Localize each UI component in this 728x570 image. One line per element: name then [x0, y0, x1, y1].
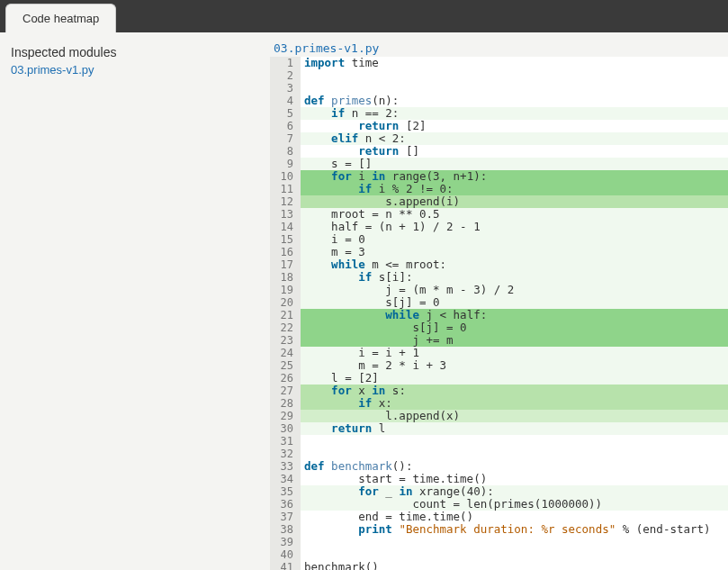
code-line[interactable]: 38 print "Benchmark duration: %r seconds…	[270, 523, 728, 536]
code-content: if i % 2 != 0:	[301, 183, 728, 195]
module-link[interactable]: 03.primes-v1.py	[11, 63, 259, 77]
code-content: return []	[301, 145, 728, 158]
sidebar-title: Inspected modules	[11, 45, 259, 59]
code-content: j = (m * m - 3) / 2	[301, 284, 728, 296]
code-line[interactable]: 20 s[j] = 0	[270, 296, 728, 309]
code-content: s.append(i)	[301, 195, 728, 208]
code-line[interactable]: 12 s.append(i)	[270, 195, 728, 208]
code-line[interactable]: 27 for x in s:	[270, 385, 728, 397]
line-number: 41	[270, 561, 301, 570]
code-line[interactable]: 26 l = [2]	[270, 372, 728, 385]
code-line[interactable]: 8 return []	[270, 145, 728, 158]
code-line[interactable]: 13 mroot = n ** 0.5	[270, 208, 728, 221]
code-line[interactable]: 31	[270, 435, 728, 448]
code-line[interactable]: 11 if i % 2 != 0:	[270, 183, 728, 195]
line-number: 9	[270, 158, 301, 170]
code-content: return [2]	[301, 120, 728, 132]
code-content: end = time.time()	[301, 511, 728, 523]
code-line[interactable]: 23 j += m	[270, 334, 728, 347]
code-content	[301, 435, 728, 448]
top-bar: Code heatmap	[0, 0, 728, 32]
code-line[interactable]: 25 m = 2 * i + 3	[270, 359, 728, 372]
line-number: 18	[270, 271, 301, 284]
code-content: l = [2]	[301, 372, 728, 385]
code-line[interactable]: 10 for i in range(3, n+1):	[270, 170, 728, 183]
code-line[interactable]: 1import time	[270, 57, 728, 69]
file-title[interactable]: 03.primes-v1.py	[270, 41, 728, 55]
code-line[interactable]: 4def primes(n):	[270, 95, 728, 107]
line-number: 26	[270, 372, 301, 385]
line-number: 2	[270, 69, 301, 82]
line-number: 40	[270, 548, 301, 561]
code-line[interactable]: 36 count = len(primes(1000000))	[270, 498, 728, 511]
line-number: 24	[270, 347, 301, 359]
code-line[interactable]: 6 return [2]	[270, 120, 728, 132]
code-line[interactable]: 35 for _ in xrange(40):	[270, 485, 728, 498]
line-number: 17	[270, 258, 301, 271]
code-line[interactable]: 30 return l	[270, 422, 728, 435]
code-line[interactable]: 37 end = time.time()	[270, 511, 728, 523]
code-content: s = []	[301, 158, 728, 170]
code-line[interactable]: 7 elif n < 2:	[270, 132, 728, 145]
line-number: 4	[270, 95, 301, 107]
code-line[interactable]: 16 m = 3	[270, 246, 728, 258]
code-line[interactable]: 18 if s[i]:	[270, 271, 728, 284]
line-number: 1	[270, 57, 301, 69]
line-number: 11	[270, 183, 301, 195]
code-content: s[j] = 0	[301, 321, 728, 334]
code-line[interactable]: 22 s[j] = 0	[270, 321, 728, 334]
code-content	[301, 536, 728, 548]
line-number: 32	[270, 448, 301, 460]
line-number: 28	[270, 397, 301, 410]
code-line[interactable]: 32	[270, 448, 728, 460]
code-content: for _ in xrange(40):	[301, 485, 728, 498]
code-content: i = 0	[301, 233, 728, 246]
code-line[interactable]: 17 while m <= mroot:	[270, 258, 728, 271]
code-area: 03.primes-v1.py 1import time2 3 4def pri…	[270, 32, 728, 570]
code-line[interactable]: 9 s = []	[270, 158, 728, 170]
code-line[interactable]: 29 l.append(x)	[270, 410, 728, 422]
line-number: 5	[270, 107, 301, 120]
code-content: s[j] = 0	[301, 296, 728, 309]
code-line[interactable]: 24 i = i + 1	[270, 347, 728, 359]
line-number: 7	[270, 132, 301, 145]
code-content: elif n < 2:	[301, 132, 728, 145]
code-content: j += m	[301, 334, 728, 347]
code-content: while j < half:	[301, 309, 728, 321]
code-line[interactable]: 21 while j < half:	[270, 309, 728, 321]
code-line[interactable]: 15 i = 0	[270, 233, 728, 246]
line-number: 36	[270, 498, 301, 511]
code-content: if s[i]:	[301, 271, 728, 284]
code-line[interactable]: 19 j = (m * m - 3) / 2	[270, 284, 728, 296]
code-content: m = 2 * i + 3	[301, 359, 728, 372]
code-content: for x in s:	[301, 385, 728, 397]
code-content: def primes(n):	[301, 95, 728, 107]
code-line[interactable]: 41benchmark()	[270, 561, 728, 570]
line-number: 22	[270, 321, 301, 334]
line-number: 34	[270, 473, 301, 485]
code-content: if x:	[301, 397, 728, 410]
line-number: 3	[270, 82, 301, 95]
line-number: 23	[270, 334, 301, 347]
code-content: count = len(primes(1000000))	[301, 498, 728, 511]
tab-code-heatmap[interactable]: Code heatmap	[5, 4, 116, 32]
code-line[interactable]: 14 half = (n + 1) / 2 - 1	[270, 221, 728, 233]
code-line[interactable]: 40	[270, 548, 728, 561]
code-content: m = 3	[301, 246, 728, 258]
code-table: 1import time2 3 4def primes(n):5 if n ==…	[270, 57, 728, 570]
code-content: return l	[301, 422, 728, 435]
code-line[interactable]: 2	[270, 69, 728, 82]
code-content: def benchmark():	[301, 460, 728, 473]
code-line[interactable]: 5 if n == 2:	[270, 107, 728, 120]
line-number: 39	[270, 536, 301, 548]
code-content: for i in range(3, n+1):	[301, 170, 728, 183]
code-line[interactable]: 3	[270, 82, 728, 95]
code-line[interactable]: 34 start = time.time()	[270, 473, 728, 485]
line-number: 6	[270, 120, 301, 132]
code-line[interactable]: 33def benchmark():	[270, 460, 728, 473]
code-content: while m <= mroot:	[301, 258, 728, 271]
line-number: 8	[270, 145, 301, 158]
code-line[interactable]: 39	[270, 536, 728, 548]
code-line[interactable]: 28 if x:	[270, 397, 728, 410]
code-content	[301, 69, 728, 82]
